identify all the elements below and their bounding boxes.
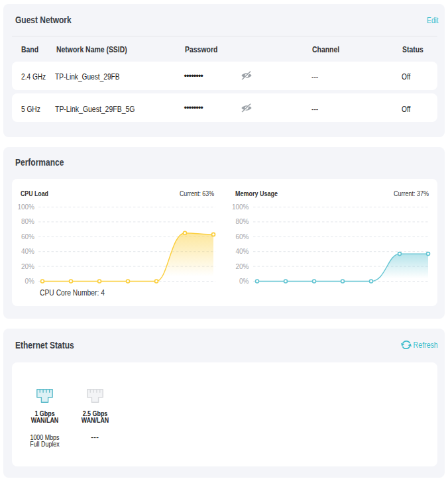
svg-text:Memory Usage: Memory Usage (235, 189, 278, 197)
svg-text:80%: 80% (235, 218, 249, 225)
svg-text:0%: 0% (239, 278, 249, 285)
svg-text:CPU Core Number: 4: CPU Core Number: 4 (40, 288, 105, 297)
svg-text:20%: 20% (235, 262, 249, 270)
svg-text:Current: 37%: Current: 37% (394, 189, 429, 197)
svg-text:0%: 0% (25, 278, 35, 285)
svg-text:40%: 40% (235, 248, 249, 255)
svg-text:60%: 60% (235, 233, 249, 240)
svg-text:40%: 40% (21, 248, 34, 255)
svg-text:100%: 100% (232, 203, 249, 211)
svg-text:Current: 63%: Current: 63% (180, 189, 214, 197)
svg-text:60%: 60% (21, 233, 34, 240)
svg-text:80%: 80% (21, 218, 34, 225)
svg-text:20%: 20% (21, 262, 34, 270)
svg-text:100%: 100% (17, 203, 34, 211)
svg-text:CPU Load: CPU Load (21, 189, 48, 197)
